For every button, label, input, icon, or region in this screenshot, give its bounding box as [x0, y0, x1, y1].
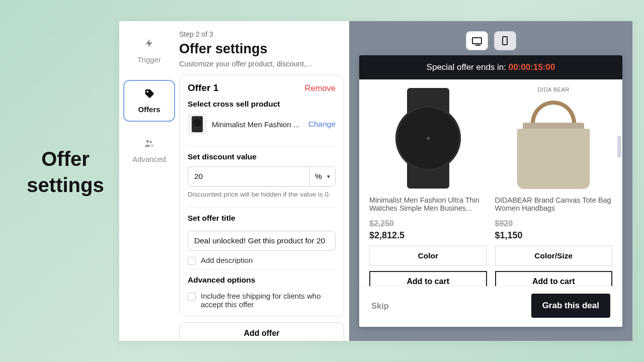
- users-gear-icon: [144, 138, 155, 152]
- product-name: Minimalist Men Fashion ...: [212, 120, 303, 129]
- preview-pane: Special offer ends in: 00:00:15:00 Minim…: [349, 21, 632, 341]
- free-shipping-checkbox[interactable]: [188, 293, 196, 301]
- selected-product-row: Minimalist Men Fashion ... Change: [188, 114, 336, 135]
- svg-point-1: [149, 141, 151, 143]
- offer-card: Offer 1 Remove Select cross sell product…: [179, 75, 344, 316]
- products-grid: Minimalist Men Fashion Ultra Thin Watche…: [359, 79, 622, 299]
- product-card: DIDA BEAR DIDABEAR Brand Canvas Tote Bag…: [495, 86, 613, 292]
- preview-footer: Skip Grab this deal: [359, 286, 622, 327]
- svg-point-0: [146, 140, 149, 143]
- sidebar-item-offers[interactable]: Offers: [123, 80, 175, 122]
- price-new: $1,150: [495, 230, 613, 241]
- product-thumb: [188, 114, 207, 135]
- advanced-options-label: Advanced options: [188, 276, 336, 285]
- product-card: Minimalist Men Fashion Ultra Thin Watche…: [369, 86, 487, 292]
- discount-input[interactable]: [188, 166, 309, 187]
- product-title: Minimalist Men Fashion Ultra Thin Watche…: [369, 196, 487, 215]
- main-column: Step 2 of 3 Offer settings Customize you…: [179, 21, 349, 341]
- free-shipping-label: Include free shipping for clients who ac…: [201, 292, 336, 309]
- device-phone-button[interactable]: [494, 31, 516, 50]
- page-title: Offer settings: [179, 41, 344, 57]
- remove-button[interactable]: Remove: [305, 83, 336, 93]
- sidebar-item-advanced[interactable]: Advanced: [123, 131, 175, 170]
- chevron-down-icon: ▾: [327, 173, 330, 180]
- cross-sell-label: Select cross sell product: [188, 100, 336, 109]
- sidebar-item-trigger[interactable]: Trigger: [123, 30, 175, 71]
- bolt-icon: [144, 37, 154, 52]
- sidebar: Trigger Offers Advanced: [119, 21, 179, 341]
- sidebar-item-label: Advanced: [132, 155, 166, 163]
- sidebar-item-label: Trigger: [137, 55, 161, 64]
- offer-title-label: Set offer title: [188, 214, 336, 223]
- brand-label: DIDA BEAR: [538, 86, 570, 93]
- sidebar-item-label: Offers: [138, 105, 160, 114]
- scrollbar[interactable]: [617, 136, 621, 158]
- add-description-label: Add description: [201, 256, 253, 264]
- add-description-checkbox[interactable]: [188, 257, 196, 265]
- preview-card: Special offer ends in: 00:00:15:00 Minim…: [359, 55, 622, 327]
- offer-title-input[interactable]: [188, 231, 336, 251]
- watch-illustration: [388, 88, 468, 191]
- option-button[interactable]: Color/Size: [495, 246, 613, 266]
- step-label: Step 2 of 3: [179, 30, 344, 38]
- product-image: DIDA BEAR: [495, 86, 613, 192]
- product-image: [369, 86, 487, 192]
- tag-icon: [144, 88, 155, 102]
- discount-label: Set discount value: [188, 152, 336, 161]
- outer-title: Offer settings: [15, 146, 116, 198]
- add-offer-button[interactable]: Add offer: [179, 322, 344, 341]
- page-description: Customize your offer product, discount,.…: [179, 60, 344, 68]
- phone-icon: [502, 36, 508, 45]
- price-new: $2,812.5: [369, 230, 487, 241]
- bag-illustration: [512, 96, 595, 192]
- discount-unit-select[interactable]: % ▾: [309, 166, 336, 187]
- countdown-timer: 00:00:15:00: [509, 62, 555, 72]
- product-title: DIDABEAR Brand Canvas Tote Bag Women Han…: [495, 196, 613, 215]
- price-old: $920: [495, 219, 613, 228]
- skip-button[interactable]: Skip: [371, 301, 389, 311]
- device-toggle: [359, 31, 622, 50]
- desktop-icon: [472, 37, 482, 44]
- device-desktop-button[interactable]: [466, 31, 488, 50]
- discount-hint: Discounted price will be hidden if the v…: [188, 191, 336, 198]
- app-window: Trigger Offers Advanced Step 2 of 3 Offe…: [119, 21, 632, 341]
- offer-banner: Special offer ends in: 00:00:15:00: [359, 55, 622, 79]
- grab-deal-button[interactable]: Grab this deal: [531, 294, 610, 318]
- change-button[interactable]: Change: [308, 120, 336, 129]
- price-old: $2,250: [369, 219, 487, 228]
- svg-point-2: [151, 145, 153, 146]
- offer-name: Offer 1: [188, 82, 218, 94]
- option-button[interactable]: Color: [369, 246, 487, 266]
